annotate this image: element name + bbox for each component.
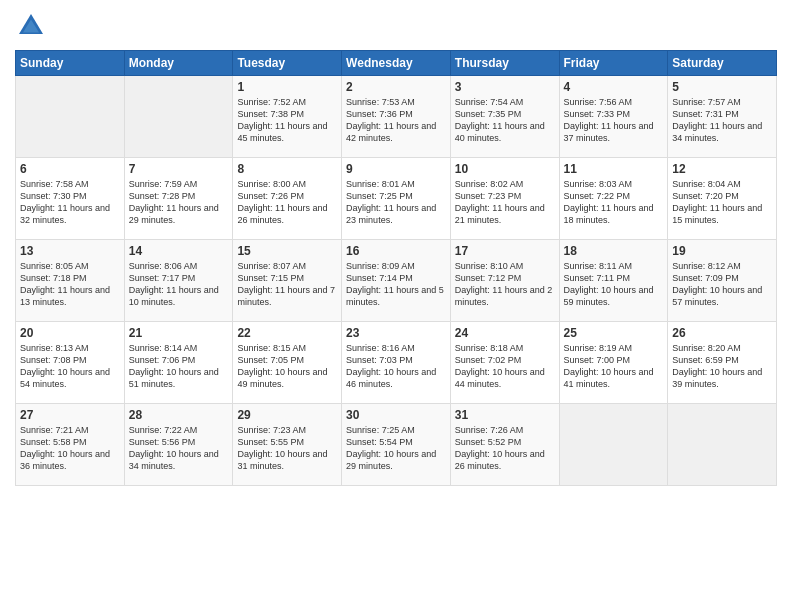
day-number: 11 — [564, 162, 664, 176]
calendar-cell: 26Sunrise: 8:20 AM Sunset: 6:59 PM Dayli… — [668, 322, 777, 404]
day-info: Sunrise: 8:06 AM Sunset: 7:17 PM Dayligh… — [129, 260, 229, 309]
calendar-cell: 11Sunrise: 8:03 AM Sunset: 7:22 PM Dayli… — [559, 158, 668, 240]
day-number: 7 — [129, 162, 229, 176]
header-day-friday: Friday — [559, 51, 668, 76]
day-info: Sunrise: 7:59 AM Sunset: 7:28 PM Dayligh… — [129, 178, 229, 227]
day-info: Sunrise: 7:54 AM Sunset: 7:35 PM Dayligh… — [455, 96, 555, 145]
logo — [15, 10, 51, 42]
day-info: Sunrise: 8:09 AM Sunset: 7:14 PM Dayligh… — [346, 260, 446, 309]
day-info: Sunrise: 8:11 AM Sunset: 7:11 PM Dayligh… — [564, 260, 664, 309]
calendar-cell: 20Sunrise: 8:13 AM Sunset: 7:08 PM Dayli… — [16, 322, 125, 404]
calendar-cell: 2Sunrise: 7:53 AM Sunset: 7:36 PM Daylig… — [342, 76, 451, 158]
calendar-cell: 10Sunrise: 8:02 AM Sunset: 7:23 PM Dayli… — [450, 158, 559, 240]
week-row-3: 20Sunrise: 8:13 AM Sunset: 7:08 PM Dayli… — [16, 322, 777, 404]
header-day-tuesday: Tuesday — [233, 51, 342, 76]
calendar-table: SundayMondayTuesdayWednesdayThursdayFrid… — [15, 50, 777, 486]
header-row: SundayMondayTuesdayWednesdayThursdayFrid… — [16, 51, 777, 76]
day-number: 22 — [237, 326, 337, 340]
day-info: Sunrise: 7:21 AM Sunset: 5:58 PM Dayligh… — [20, 424, 120, 473]
calendar-cell: 1Sunrise: 7:52 AM Sunset: 7:38 PM Daylig… — [233, 76, 342, 158]
day-number: 6 — [20, 162, 120, 176]
calendar-cell: 7Sunrise: 7:59 AM Sunset: 7:28 PM Daylig… — [124, 158, 233, 240]
header-day-sunday: Sunday — [16, 51, 125, 76]
calendar-cell: 31Sunrise: 7:26 AM Sunset: 5:52 PM Dayli… — [450, 404, 559, 486]
calendar-cell: 3Sunrise: 7:54 AM Sunset: 7:35 PM Daylig… — [450, 76, 559, 158]
calendar-cell: 22Sunrise: 8:15 AM Sunset: 7:05 PM Dayli… — [233, 322, 342, 404]
logo-icon — [15, 10, 47, 42]
calendar-cell — [124, 76, 233, 158]
week-row-1: 6Sunrise: 7:58 AM Sunset: 7:30 PM Daylig… — [16, 158, 777, 240]
day-number: 10 — [455, 162, 555, 176]
day-number: 21 — [129, 326, 229, 340]
day-number: 15 — [237, 244, 337, 258]
day-info: Sunrise: 8:14 AM Sunset: 7:06 PM Dayligh… — [129, 342, 229, 391]
day-info: Sunrise: 7:25 AM Sunset: 5:54 PM Dayligh… — [346, 424, 446, 473]
calendar-cell — [16, 76, 125, 158]
day-info: Sunrise: 8:00 AM Sunset: 7:26 PM Dayligh… — [237, 178, 337, 227]
day-info: Sunrise: 8:15 AM Sunset: 7:05 PM Dayligh… — [237, 342, 337, 391]
day-info: Sunrise: 8:05 AM Sunset: 7:18 PM Dayligh… — [20, 260, 120, 309]
calendar-cell: 9Sunrise: 8:01 AM Sunset: 7:25 PM Daylig… — [342, 158, 451, 240]
day-info: Sunrise: 8:03 AM Sunset: 7:22 PM Dayligh… — [564, 178, 664, 227]
day-number: 30 — [346, 408, 446, 422]
header — [15, 10, 777, 42]
header-day-monday: Monday — [124, 51, 233, 76]
day-number: 4 — [564, 80, 664, 94]
calendar-cell: 24Sunrise: 8:18 AM Sunset: 7:02 PM Dayli… — [450, 322, 559, 404]
day-info: Sunrise: 8:12 AM Sunset: 7:09 PM Dayligh… — [672, 260, 772, 309]
day-info: Sunrise: 7:57 AM Sunset: 7:31 PM Dayligh… — [672, 96, 772, 145]
day-number: 27 — [20, 408, 120, 422]
day-info: Sunrise: 7:58 AM Sunset: 7:30 PM Dayligh… — [20, 178, 120, 227]
header-day-thursday: Thursday — [450, 51, 559, 76]
calendar-cell: 14Sunrise: 8:06 AM Sunset: 7:17 PM Dayli… — [124, 240, 233, 322]
day-number: 12 — [672, 162, 772, 176]
day-info: Sunrise: 7:23 AM Sunset: 5:55 PM Dayligh… — [237, 424, 337, 473]
day-number: 3 — [455, 80, 555, 94]
day-number: 24 — [455, 326, 555, 340]
day-number: 25 — [564, 326, 664, 340]
day-info: Sunrise: 8:20 AM Sunset: 6:59 PM Dayligh… — [672, 342, 772, 391]
calendar-cell: 17Sunrise: 8:10 AM Sunset: 7:12 PM Dayli… — [450, 240, 559, 322]
day-number: 29 — [237, 408, 337, 422]
day-number: 16 — [346, 244, 446, 258]
day-number: 14 — [129, 244, 229, 258]
calendar-cell — [559, 404, 668, 486]
day-number: 8 — [237, 162, 337, 176]
calendar-cell: 16Sunrise: 8:09 AM Sunset: 7:14 PM Dayli… — [342, 240, 451, 322]
day-number: 5 — [672, 80, 772, 94]
day-info: Sunrise: 8:04 AM Sunset: 7:20 PM Dayligh… — [672, 178, 772, 227]
day-number: 28 — [129, 408, 229, 422]
calendar-cell: 29Sunrise: 7:23 AM Sunset: 5:55 PM Dayli… — [233, 404, 342, 486]
header-day-saturday: Saturday — [668, 51, 777, 76]
day-info: Sunrise: 8:02 AM Sunset: 7:23 PM Dayligh… — [455, 178, 555, 227]
week-row-2: 13Sunrise: 8:05 AM Sunset: 7:18 PM Dayli… — [16, 240, 777, 322]
day-info: Sunrise: 8:01 AM Sunset: 7:25 PM Dayligh… — [346, 178, 446, 227]
day-number: 20 — [20, 326, 120, 340]
calendar-cell: 5Sunrise: 7:57 AM Sunset: 7:31 PM Daylig… — [668, 76, 777, 158]
day-number: 18 — [564, 244, 664, 258]
calendar-cell: 21Sunrise: 8:14 AM Sunset: 7:06 PM Dayli… — [124, 322, 233, 404]
day-info: Sunrise: 8:19 AM Sunset: 7:00 PM Dayligh… — [564, 342, 664, 391]
calendar-cell: 13Sunrise: 8:05 AM Sunset: 7:18 PM Dayli… — [16, 240, 125, 322]
day-number: 1 — [237, 80, 337, 94]
day-number: 31 — [455, 408, 555, 422]
calendar-cell: 28Sunrise: 7:22 AM Sunset: 5:56 PM Dayli… — [124, 404, 233, 486]
day-info: Sunrise: 7:56 AM Sunset: 7:33 PM Dayligh… — [564, 96, 664, 145]
calendar-cell: 4Sunrise: 7:56 AM Sunset: 7:33 PM Daylig… — [559, 76, 668, 158]
day-info: Sunrise: 8:13 AM Sunset: 7:08 PM Dayligh… — [20, 342, 120, 391]
calendar-cell: 15Sunrise: 8:07 AM Sunset: 7:15 PM Dayli… — [233, 240, 342, 322]
calendar-cell: 12Sunrise: 8:04 AM Sunset: 7:20 PM Dayli… — [668, 158, 777, 240]
day-number: 23 — [346, 326, 446, 340]
calendar-cell: 27Sunrise: 7:21 AM Sunset: 5:58 PM Dayli… — [16, 404, 125, 486]
calendar-body: 1Sunrise: 7:52 AM Sunset: 7:38 PM Daylig… — [16, 76, 777, 486]
day-info: Sunrise: 8:16 AM Sunset: 7:03 PM Dayligh… — [346, 342, 446, 391]
calendar-cell: 6Sunrise: 7:58 AM Sunset: 7:30 PM Daylig… — [16, 158, 125, 240]
day-info: Sunrise: 8:10 AM Sunset: 7:12 PM Dayligh… — [455, 260, 555, 309]
day-number: 2 — [346, 80, 446, 94]
day-info: Sunrise: 8:18 AM Sunset: 7:02 PM Dayligh… — [455, 342, 555, 391]
day-info: Sunrise: 7:52 AM Sunset: 7:38 PM Dayligh… — [237, 96, 337, 145]
calendar-header: SundayMondayTuesdayWednesdayThursdayFrid… — [16, 51, 777, 76]
calendar-cell: 25Sunrise: 8:19 AM Sunset: 7:00 PM Dayli… — [559, 322, 668, 404]
day-number: 26 — [672, 326, 772, 340]
day-number: 9 — [346, 162, 446, 176]
